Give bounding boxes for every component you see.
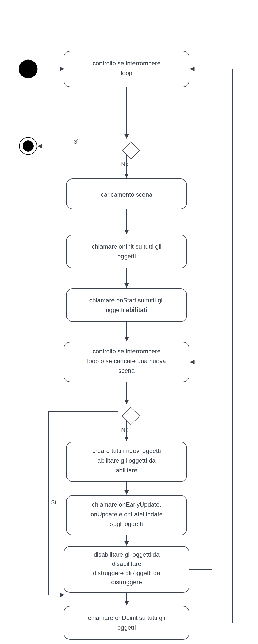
activity-diagram: controllo se interrompere loop Sì No car… (0, 0, 258, 644)
svg-rect-0 (64, 51, 189, 87)
d2-yes-label: Sì (51, 499, 57, 505)
activity-call-oninit: chiamare onInit su tutti gli oggetti (66, 235, 187, 268)
activity-call-onstart: chiamare onStart su tutti gli oggetti ab… (66, 289, 187, 322)
n9-line1: chiamare onDeinit su tutti gli (88, 614, 165, 621)
svg-rect-9 (122, 407, 140, 425)
n6-line1: creare tutti i nuovi oggetti (92, 447, 161, 454)
n1-line1: controllo se interrompere (93, 60, 160, 67)
svg-rect-1 (122, 142, 140, 159)
initial-node (19, 60, 37, 78)
svg-text:oggetti abilitati: oggetti abilitati (106, 306, 148, 313)
svg-rect-13 (64, 606, 189, 639)
svg-point-3 (23, 140, 34, 152)
n4-line1: chiamare onStart su tutti gli (89, 297, 164, 304)
n2-text: caricamento scena (101, 191, 152, 198)
n5-line1: controllo se interrompere (93, 348, 160, 355)
activity-disable-destroy-objects: disabilitare gli oggetti da disabilitare… (64, 546, 189, 592)
d1-yes-label: Sì (74, 138, 79, 145)
n5-line2: loop o se caricare una nuova (87, 357, 166, 364)
n6-line2: abilitare gli oggetti da (98, 457, 156, 464)
activity-call-ondeinit: chiamare onDeinit su tutti gli oggetti (64, 606, 189, 639)
n4-line2-bold: abilitati (126, 306, 147, 313)
d2-no-label: No (121, 426, 128, 433)
edge-n8-to-n5-loop (189, 362, 212, 569)
activity-call-updates: chiamare onEarlyUpdate, onUpdate e onLat… (66, 495, 187, 535)
n9-line2: oggetti (117, 624, 136, 631)
n8-line3: distruggere gli oggetti da (93, 569, 160, 576)
n8-line4: distruggere (111, 579, 142, 586)
svg-rect-6 (66, 289, 187, 322)
n7-line1: chiamare onEarlyUpdate, (92, 501, 161, 508)
final-node (19, 137, 37, 155)
n5-line3: scena (118, 367, 135, 374)
n8-line2: disabilitare (112, 560, 141, 567)
activity-check-interrupt-loop: controllo se interrompere loop (64, 51, 189, 87)
d1-no-label: No (121, 161, 128, 167)
n7-line2: onUpdate e onLateUpdate (91, 511, 163, 518)
decision-2 (122, 407, 140, 425)
n3-line1: chiamare onInit su tutti gli (92, 243, 161, 250)
n3-line2: oggetti (117, 253, 136, 260)
n4-line2-prefix: oggetti (106, 306, 126, 313)
activity-check-interrupt-or-newscene: controllo se interrompere loop o se cari… (64, 342, 189, 382)
n8-line1: disabilitare gli oggetti da (94, 551, 160, 558)
n7-line3: sugli oggetti (110, 520, 143, 527)
activity-load-scene: caricamento scena (66, 179, 187, 209)
n1-line2: loop (121, 69, 132, 76)
edge-n9-to-n1-loop (189, 69, 233, 623)
decision-1 (122, 142, 140, 159)
n6-line3: abilitare (116, 467, 137, 474)
activity-create-enable-objects: creare tutti i nuovi oggetti abilitare g… (66, 442, 187, 482)
svg-rect-5 (66, 235, 187, 268)
